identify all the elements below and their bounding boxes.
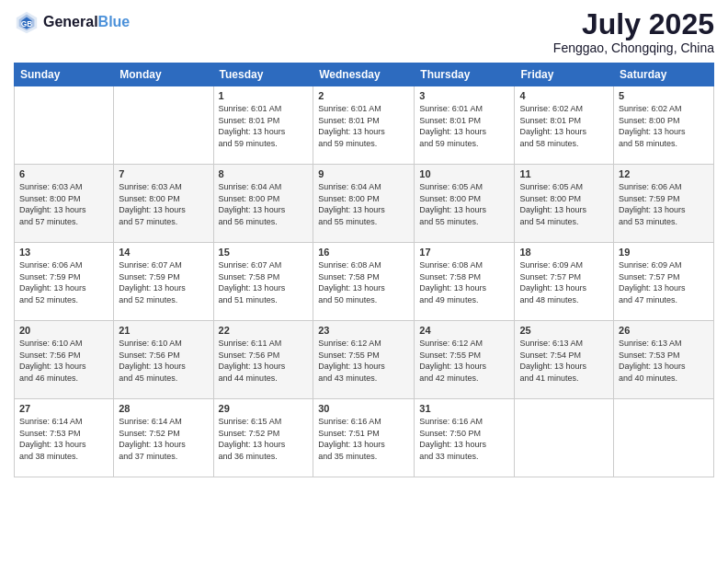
day-number: 20 bbox=[19, 325, 108, 336]
day-number: 8 bbox=[219, 168, 309, 179]
day-number: 15 bbox=[219, 247, 309, 258]
page: GB GeneralBlue July 2025 Fenggao, Chongq… bbox=[0, 0, 728, 563]
day-number: 6 bbox=[19, 168, 108, 179]
day-number: 14 bbox=[119, 247, 208, 258]
day-number: 4 bbox=[519, 90, 609, 101]
day-number: 10 bbox=[419, 168, 509, 179]
logo-text: GeneralBlue bbox=[43, 14, 130, 30]
logo-icon: GB bbox=[14, 9, 40, 35]
day-info: Sunrise: 6:04 AM Sunset: 8:00 PM Dayligh… bbox=[219, 181, 309, 227]
calendar-cell: 14Sunrise: 6:07 AM Sunset: 7:59 PM Dayli… bbox=[114, 243, 213, 321]
calendar-cell: 21Sunrise: 6:10 AM Sunset: 7:56 PM Dayli… bbox=[114, 321, 213, 399]
day-info: Sunrise: 6:10 AM Sunset: 7:56 PM Dayligh… bbox=[119, 338, 208, 384]
calendar-cell: 29Sunrise: 6:15 AM Sunset: 7:52 PM Dayli… bbox=[213, 399, 313, 477]
day-number: 19 bbox=[619, 247, 709, 258]
calendar-cell: 2Sunrise: 6:01 AM Sunset: 8:01 PM Daylig… bbox=[313, 86, 415, 165]
calendar-cell bbox=[614, 399, 714, 477]
day-number: 18 bbox=[519, 247, 609, 258]
week-row-2: 6Sunrise: 6:03 AM Sunset: 8:00 PM Daylig… bbox=[15, 165, 714, 243]
calendar-cell: 16Sunrise: 6:08 AM Sunset: 7:58 PM Dayli… bbox=[313, 243, 415, 321]
calendar-cell: 27Sunrise: 6:14 AM Sunset: 7:53 PM Dayli… bbox=[15, 399, 114, 477]
day-info: Sunrise: 6:10 AM Sunset: 7:56 PM Dayligh… bbox=[19, 338, 108, 384]
calendar-table: Sunday Monday Tuesday Wednesday Thursday… bbox=[14, 63, 714, 477]
day-info: Sunrise: 6:11 AM Sunset: 7:56 PM Dayligh… bbox=[219, 338, 309, 384]
calendar-cell: 5Sunrise: 6:02 AM Sunset: 8:00 PM Daylig… bbox=[614, 86, 714, 165]
day-info: Sunrise: 6:09 AM Sunset: 7:57 PM Dayligh… bbox=[619, 259, 709, 305]
day-info: Sunrise: 6:14 AM Sunset: 7:52 PM Dayligh… bbox=[119, 416, 208, 462]
day-info: Sunrise: 6:09 AM Sunset: 7:57 PM Dayligh… bbox=[519, 259, 609, 305]
day-info: Sunrise: 6:06 AM Sunset: 7:59 PM Dayligh… bbox=[619, 181, 709, 227]
calendar-cell: 18Sunrise: 6:09 AM Sunset: 7:57 PM Dayli… bbox=[515, 243, 614, 321]
calendar-cell: 30Sunrise: 6:16 AM Sunset: 7:51 PM Dayli… bbox=[313, 399, 415, 477]
calendar-cell: 1Sunrise: 6:01 AM Sunset: 8:01 PM Daylig… bbox=[213, 86, 313, 165]
day-info: Sunrise: 6:08 AM Sunset: 7:58 PM Dayligh… bbox=[419, 259, 509, 305]
calendar-cell: 25Sunrise: 6:13 AM Sunset: 7:54 PM Dayli… bbox=[515, 321, 614, 399]
calendar-cell: 31Sunrise: 6:16 AM Sunset: 7:50 PM Dayli… bbox=[415, 399, 515, 477]
calendar-header-row: Sunday Monday Tuesday Wednesday Thursday… bbox=[15, 63, 714, 86]
day-info: Sunrise: 6:14 AM Sunset: 7:53 PM Dayligh… bbox=[19, 416, 108, 462]
day-number: 30 bbox=[318, 403, 409, 414]
calendar-cell: 20Sunrise: 6:10 AM Sunset: 7:56 PM Dayli… bbox=[15, 321, 114, 399]
day-number: 7 bbox=[119, 168, 208, 179]
calendar-cell: 19Sunrise: 6:09 AM Sunset: 7:57 PM Dayli… bbox=[614, 243, 714, 321]
calendar-cell: 11Sunrise: 6:05 AM Sunset: 8:00 PM Dayli… bbox=[515, 165, 614, 243]
title-block: July 2025 Fenggao, Chongqing, China bbox=[553, 9, 714, 55]
day-info: Sunrise: 6:05 AM Sunset: 8:00 PM Dayligh… bbox=[419, 181, 509, 227]
header-monday: Monday bbox=[114, 63, 213, 86]
svg-text:GB: GB bbox=[21, 19, 33, 29]
header-wednesday: Wednesday bbox=[313, 63, 415, 86]
header-thursday: Thursday bbox=[415, 63, 515, 86]
day-info: Sunrise: 6:12 AM Sunset: 7:55 PM Dayligh… bbox=[419, 338, 509, 384]
calendar-cell bbox=[15, 86, 114, 165]
day-info: Sunrise: 6:03 AM Sunset: 8:00 PM Dayligh… bbox=[119, 181, 208, 227]
header-friday: Friday bbox=[515, 63, 614, 86]
day-info: Sunrise: 6:02 AM Sunset: 8:01 PM Dayligh… bbox=[519, 103, 609, 149]
calendar-cell: 7Sunrise: 6:03 AM Sunset: 8:00 PM Daylig… bbox=[114, 165, 213, 243]
day-number: 28 bbox=[119, 403, 208, 414]
day-number: 5 bbox=[619, 90, 709, 101]
day-info: Sunrise: 6:01 AM Sunset: 8:01 PM Dayligh… bbox=[219, 103, 309, 149]
calendar-cell: 23Sunrise: 6:12 AM Sunset: 7:55 PM Dayli… bbox=[313, 321, 415, 399]
day-number: 25 bbox=[519, 325, 609, 336]
week-row-5: 27Sunrise: 6:14 AM Sunset: 7:53 PM Dayli… bbox=[15, 399, 714, 477]
day-info: Sunrise: 6:06 AM Sunset: 7:59 PM Dayligh… bbox=[19, 259, 108, 305]
calendar-cell: 26Sunrise: 6:13 AM Sunset: 7:53 PM Dayli… bbox=[614, 321, 714, 399]
day-info: Sunrise: 6:07 AM Sunset: 7:59 PM Dayligh… bbox=[119, 259, 208, 305]
day-number: 1 bbox=[219, 90, 309, 101]
day-number: 11 bbox=[519, 168, 609, 179]
calendar-cell: 12Sunrise: 6:06 AM Sunset: 7:59 PM Dayli… bbox=[614, 165, 714, 243]
header-saturday: Saturday bbox=[614, 63, 714, 86]
day-info: Sunrise: 6:05 AM Sunset: 8:00 PM Dayligh… bbox=[519, 181, 609, 227]
week-row-3: 13Sunrise: 6:06 AM Sunset: 7:59 PM Dayli… bbox=[15, 243, 714, 321]
calendar-cell: 13Sunrise: 6:06 AM Sunset: 7:59 PM Dayli… bbox=[15, 243, 114, 321]
day-info: Sunrise: 6:12 AM Sunset: 7:55 PM Dayligh… bbox=[318, 338, 409, 384]
day-number: 21 bbox=[119, 325, 208, 336]
calendar-cell: 4Sunrise: 6:02 AM Sunset: 8:01 PM Daylig… bbox=[515, 86, 614, 165]
day-number: 31 bbox=[419, 403, 509, 414]
day-info: Sunrise: 6:13 AM Sunset: 7:53 PM Dayligh… bbox=[619, 338, 709, 384]
day-number: 9 bbox=[318, 168, 409, 179]
day-info: Sunrise: 6:01 AM Sunset: 8:01 PM Dayligh… bbox=[419, 103, 509, 149]
day-info: Sunrise: 6:16 AM Sunset: 7:51 PM Dayligh… bbox=[318, 416, 409, 462]
day-info: Sunrise: 6:04 AM Sunset: 8:00 PM Dayligh… bbox=[318, 181, 409, 227]
day-info: Sunrise: 6:08 AM Sunset: 7:58 PM Dayligh… bbox=[318, 259, 409, 305]
calendar-cell bbox=[515, 399, 614, 477]
day-number: 3 bbox=[419, 90, 509, 101]
calendar-cell: 22Sunrise: 6:11 AM Sunset: 7:56 PM Dayli… bbox=[213, 321, 313, 399]
day-number: 16 bbox=[318, 247, 409, 258]
day-number: 13 bbox=[19, 247, 108, 258]
calendar-cell: 24Sunrise: 6:12 AM Sunset: 7:55 PM Dayli… bbox=[415, 321, 515, 399]
day-info: Sunrise: 6:16 AM Sunset: 7:50 PM Dayligh… bbox=[419, 416, 509, 462]
day-info: Sunrise: 6:02 AM Sunset: 8:00 PM Dayligh… bbox=[619, 103, 709, 149]
day-number: 12 bbox=[619, 168, 709, 179]
calendar-cell bbox=[114, 86, 213, 165]
location-title: Fenggao, Chongqing, China bbox=[553, 40, 714, 55]
calendar-cell: 15Sunrise: 6:07 AM Sunset: 7:58 PM Dayli… bbox=[213, 243, 313, 321]
calendar-cell: 28Sunrise: 6:14 AM Sunset: 7:52 PM Dayli… bbox=[114, 399, 213, 477]
day-info: Sunrise: 6:03 AM Sunset: 8:00 PM Dayligh… bbox=[19, 181, 108, 227]
header-tuesday: Tuesday bbox=[213, 63, 313, 86]
day-number: 29 bbox=[219, 403, 309, 414]
day-info: Sunrise: 6:07 AM Sunset: 7:58 PM Dayligh… bbox=[219, 259, 309, 305]
day-number: 23 bbox=[318, 325, 409, 336]
day-number: 2 bbox=[318, 90, 409, 101]
